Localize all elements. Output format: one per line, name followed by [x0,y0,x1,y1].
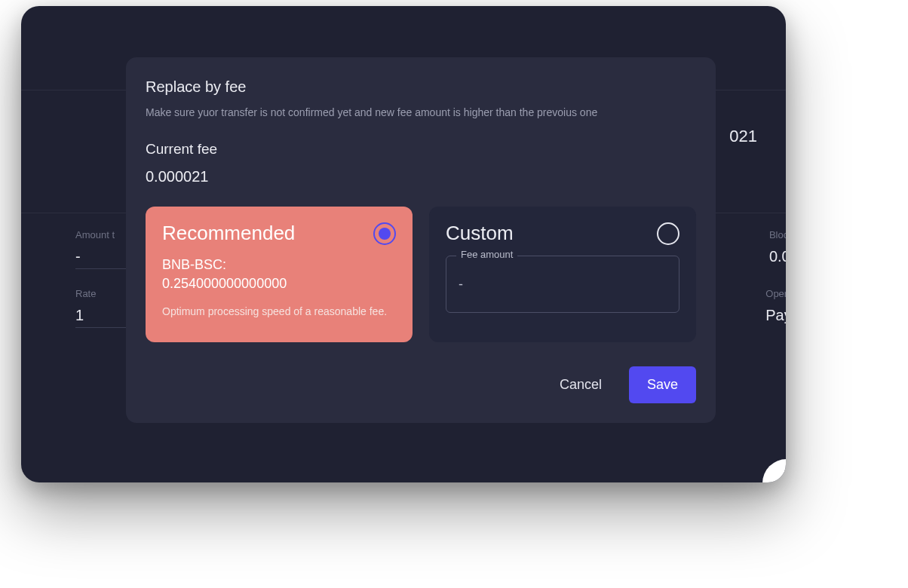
fee-amount-field: Fee amount [446,256,679,313]
fee-amount-input[interactable] [459,277,667,292]
modal-actions: Cancel Save [146,366,696,403]
bg-blockchain-label: Blockch [769,229,786,240]
bg-operation-label: Operatio [765,288,786,299]
current-fee-value: 0.000021 [146,168,696,185]
replace-by-fee-modal: Replace by fee Make sure yuor transfer i… [126,57,716,423]
cancel-button[interactable]: Cancel [554,368,608,402]
save-button[interactable]: Save [629,366,696,403]
radio-selected-icon[interactable] [373,222,396,245]
bg-value-fragment: 021 [729,127,757,146]
modal-subtitle: Make sure yuor transfer is not confirmed… [146,106,696,118]
current-fee-label: Current fee [146,141,696,158]
recommended-description: Optimum processing speed of a reasonable… [162,305,396,317]
recommended-network: BNB-BSC: [162,256,396,274]
option-recommended[interactable]: Recommended BNB-BSC: 0.254000000000000 O… [146,207,413,342]
modal-title: Replace by fee [146,78,696,96]
custom-title: Custom [446,222,514,245]
bg-blockchain-value: 0.000 [769,248,786,265]
fee-option-row: Recommended BNB-BSC: 0.254000000000000 O… [146,207,696,342]
fee-amount-label: Fee amount [456,249,517,260]
radio-unselected-icon[interactable] [657,222,679,245]
bg-blockchain-field: Blockch 0.000 [769,229,786,265]
recommended-title: Recommended [162,222,295,245]
option-custom[interactable]: Custom Fee amount [429,207,696,342]
recommended-amount: 0.254000000000000 [162,276,396,292]
bg-operation-value: Payou [765,307,786,324]
app-window: 021 Amount t - Rate 1 Blockch 0.000 Oper… [21,6,786,482]
bg-operation-field: Operatio Payou [765,288,786,324]
